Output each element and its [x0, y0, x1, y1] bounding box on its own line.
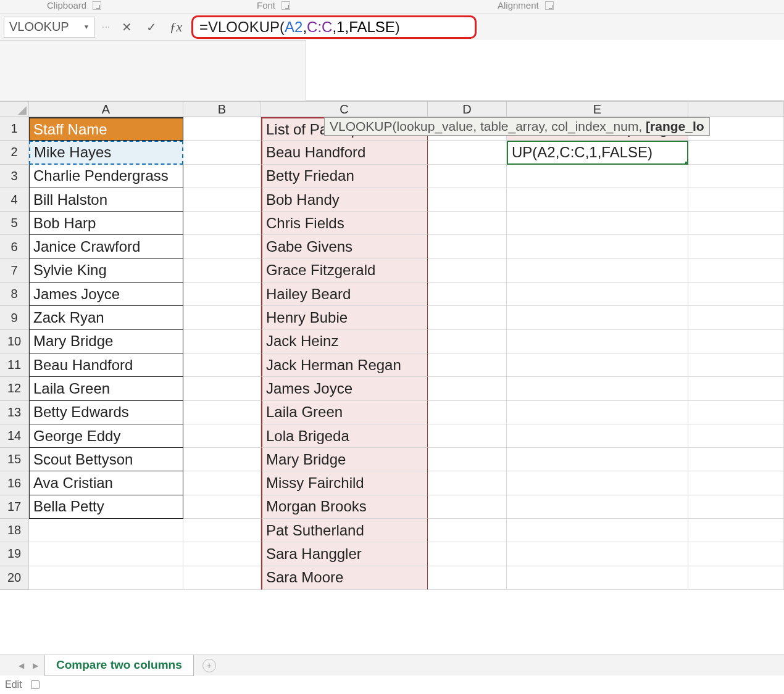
cell[interactable]	[183, 377, 261, 400]
cell[interactable]	[428, 495, 507, 519]
row-header[interactable]: 13	[0, 401, 29, 424]
cell[interactable]: Gabe Givens	[261, 235, 428, 258]
row-header[interactable]: 9	[0, 306, 29, 329]
cell[interactable]	[507, 424, 688, 448]
spreadsheet-grid[interactable]: A B C D E 1Staff NameList of Participant…	[0, 101, 784, 590]
cell[interactable]	[688, 330, 784, 353]
cell[interactable]: Bob Handy	[261, 188, 428, 212]
cell[interactable]: Scout Bettyson	[29, 448, 183, 471]
cell[interactable]	[507, 165, 688, 188]
cell[interactable]	[507, 495, 688, 519]
row-header[interactable]: 4	[0, 188, 29, 212]
cell[interactable]: Betty Friedan	[261, 165, 428, 188]
cell[interactable]	[29, 566, 183, 590]
cell[interactable]	[183, 401, 261, 424]
cell[interactable]: Ava Cristian	[29, 471, 183, 495]
cell[interactable]: James Joyce	[261, 377, 428, 400]
cell[interactable]: Laila Green	[261, 401, 428, 424]
row-header[interactable]: 16	[0, 471, 29, 495]
cell[interactable]	[428, 235, 507, 258]
cell[interactable]: Laila Green	[29, 377, 183, 400]
cell[interactable]	[507, 188, 688, 212]
cell[interactable]: Beau Handford	[261, 141, 428, 164]
cell[interactable]	[428, 448, 507, 471]
cell[interactable]	[688, 259, 784, 283]
cell[interactable]	[183, 330, 261, 353]
cell[interactable]	[688, 188, 784, 212]
cell[interactable]	[183, 353, 261, 377]
cell[interactable]	[507, 283, 688, 306]
cell[interactable]	[507, 519, 688, 542]
cell[interactable]	[183, 283, 261, 306]
chevron-down-icon[interactable]: ▼	[83, 23, 90, 30]
cell[interactable]	[183, 495, 261, 519]
cell[interactable]	[507, 377, 688, 400]
cell[interactable]: Hailey Beard	[261, 283, 428, 306]
cell[interactable]: Morgan Brooks	[261, 495, 428, 519]
cell[interactable]	[507, 471, 688, 495]
cell[interactable]	[183, 141, 261, 164]
cell[interactable]	[507, 401, 688, 424]
row-header[interactable]: 18	[0, 519, 29, 542]
cell[interactable]	[183, 212, 261, 235]
cell[interactable]: George Eddy	[29, 424, 183, 448]
cell[interactable]: Sara Hanggler	[261, 542, 428, 566]
col-header-e[interactable]: E	[507, 102, 688, 117]
cell[interactable]	[428, 259, 507, 283]
row-header[interactable]: 14	[0, 424, 29, 448]
cell[interactable]	[428, 306, 507, 329]
cell[interactable]	[428, 165, 507, 188]
cell[interactable]	[428, 141, 507, 164]
enter-formula-button[interactable]: ✓	[142, 18, 161, 36]
cell[interactable]	[507, 542, 688, 566]
cell[interactable]	[428, 519, 507, 542]
cell[interactable]	[428, 188, 507, 212]
row-header[interactable]: 3	[0, 165, 29, 188]
row-header[interactable]: 17	[0, 495, 29, 519]
row-header[interactable]: 11	[0, 353, 29, 377]
cell[interactable]	[688, 424, 784, 448]
col-header-a[interactable]: A	[29, 102, 183, 117]
row-header[interactable]: 7	[0, 259, 29, 283]
cell[interactable]	[507, 259, 688, 283]
cell[interactable]	[428, 566, 507, 590]
dialog-launcher-icon[interactable]	[545, 1, 554, 10]
cell[interactable]	[183, 424, 261, 448]
cell[interactable]: Staff Name	[29, 117, 183, 141]
cell[interactable]	[688, 566, 784, 590]
cell[interactable]: Mike Hayes	[29, 141, 183, 164]
row-header[interactable]: 2	[0, 141, 29, 164]
cell[interactable]: Mary Bridge	[261, 448, 428, 471]
cell[interactable]	[507, 235, 688, 258]
row-header[interactable]: 12	[0, 377, 29, 400]
cell[interactable]: Grace Fitzgerald	[261, 259, 428, 283]
row-header[interactable]: 10	[0, 330, 29, 353]
select-all-triangle[interactable]	[0, 102, 29, 117]
sheet-nav-prev[interactable]: ◀	[16, 661, 27, 670]
cell[interactable]	[428, 377, 507, 400]
cell[interactable]: Bella Petty	[29, 495, 183, 519]
insert-function-button[interactable]: ƒx	[167, 18, 185, 36]
cell[interactable]	[688, 235, 784, 258]
row-header[interactable]: 15	[0, 448, 29, 471]
col-header-d[interactable]: D	[428, 102, 507, 117]
cell[interactable]	[507, 212, 688, 235]
cell[interactable]	[428, 401, 507, 424]
row-header[interactable]: 5	[0, 212, 29, 235]
cell[interactable]: Henry Bubie	[261, 306, 428, 329]
sheet-tab-active[interactable]: Compare two columns	[44, 655, 194, 676]
cell[interactable]: UP(A2,C:C,1,FALSE)	[507, 141, 688, 164]
row-header[interactable]: 6	[0, 235, 29, 258]
cell[interactable]	[507, 566, 688, 590]
name-box[interactable]: VLOOKUP ▼	[4, 17, 95, 38]
cell[interactable]: Bill Halston	[29, 188, 183, 212]
cell[interactable]	[688, 495, 784, 519]
cell[interactable]	[507, 353, 688, 377]
cell[interactable]: Mary Bridge	[29, 330, 183, 353]
cell[interactable]	[507, 306, 688, 329]
cell[interactable]: Pat Sutherland	[261, 519, 428, 542]
cell[interactable]	[688, 165, 784, 188]
cell[interactable]	[688, 141, 784, 164]
cell[interactable]	[183, 471, 261, 495]
cell[interactable]: Chris Fields	[261, 212, 428, 235]
